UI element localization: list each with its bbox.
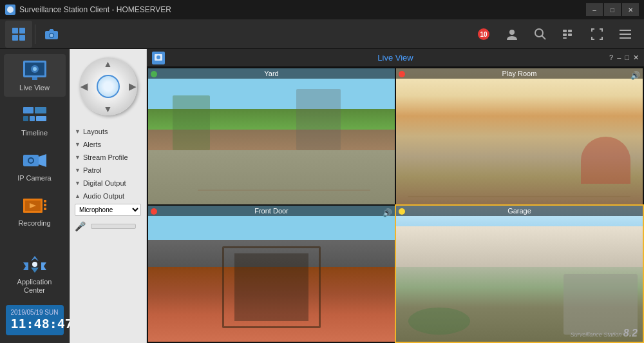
maximize-button[interactable]: □ (604, 3, 621, 16)
sidebar-item-app-center[interactable]: Application Center (4, 248, 66, 300)
svg-rect-13 (563, 30, 567, 32)
svg-rect-29 (30, 116, 35, 121)
patrol-label: Patrol (83, 166, 102, 174)
svg-point-41 (32, 262, 37, 267)
ptz-control[interactable]: ▲ ▼ ◀ ▶ (76, 54, 140, 119)
live-view-close[interactable]: ✕ (633, 54, 639, 62)
svg-rect-4 (19, 35, 25, 41)
svg-rect-25 (32, 77, 37, 80)
search-button[interactable] (527, 21, 554, 48)
garage-overlay (396, 206, 643, 342)
live-view-minimize[interactable]: – (617, 54, 621, 62)
microphone-icon: 🎤 (75, 221, 86, 231)
svg-rect-3 (12, 35, 18, 41)
svg-line-12 (542, 35, 545, 39)
mic-slider[interactable] (91, 224, 136, 229)
live-view-label: Live View (19, 84, 50, 92)
ptz-center[interactable] (97, 75, 120, 98)
sidebar-item-timeline[interactable]: Timeline (4, 99, 66, 142)
toolbar-separator (35, 24, 35, 44)
alerts-item[interactable]: ▼ Alerts (75, 139, 141, 150)
app-title: Surveillance Station Client - HOMESERVER (19, 5, 586, 14)
svg-point-7 (50, 34, 53, 37)
playroom-label: Play Room (396, 68, 643, 79)
recording-label: Recording (18, 219, 50, 227)
svg-rect-17 (563, 37, 567, 39)
camera-cell-garage[interactable]: Garage (396, 206, 643, 342)
layouts-item[interactable]: ▼ Layouts (75, 126, 141, 137)
svg-rect-15 (563, 34, 567, 36)
svg-rect-39 (44, 204, 46, 206)
user-button[interactable] (498, 21, 526, 48)
grid-view-button[interactable] (5, 21, 32, 48)
svg-point-10 (509, 30, 515, 35)
ptz-down-arrow[interactable]: ▼ (104, 104, 113, 114)
svg-rect-14 (568, 30, 572, 32)
svg-point-43 (156, 55, 160, 59)
live-view-panel: Live View ? – □ ✕ (147, 49, 644, 343)
camera-cell-playroom[interactable]: Play Room 🔊 (396, 68, 643, 204)
alerts-chevron: ▼ (75, 141, 80, 148)
svg-marker-34 (39, 154, 46, 167)
panel-area: ▲ ▼ ◀ ▶ ▼ Layouts ▼ Alerts ▼ Stream Pr (70, 49, 644, 343)
camera-cell-yard[interactable]: Yard (148, 68, 395, 204)
stream-profile-item[interactable]: ▼ Stream Profile (75, 152, 141, 162)
frontdoor-label: Front Door (148, 206, 395, 216)
recording-icon (22, 195, 48, 217)
branding: Surveillance Station 8.2 (571, 328, 638, 339)
microphone-select[interactable]: Microphone (75, 204, 141, 216)
svg-text:10: 10 (480, 31, 488, 38)
camera-cell-frontdoor[interactable]: Front Door 🔊 (148, 206, 395, 342)
menu-button[interactable] (612, 21, 639, 48)
svg-rect-30 (36, 116, 46, 121)
sidebar-item-live-view[interactable]: Live View (4, 54, 66, 97)
camera-button[interactable] (38, 21, 65, 48)
live-view-maximize[interactable]: □ (625, 54, 629, 62)
audio-output-item[interactable]: ▲ Audio Output (75, 191, 141, 201)
brand-version: 8.2 (623, 328, 638, 338)
title-bar: Surveillance Station Client - HOMESERVER… (0, 0, 644, 19)
sidebar-item-ip-camera[interactable]: IP Camera (4, 144, 66, 187)
ptz-right-arrow[interactable]: ▶ (129, 81, 136, 92)
toolbar: 10 (0, 19, 644, 49)
yard-label: Yard (148, 68, 395, 79)
svg-rect-38 (44, 200, 46, 202)
fullscreen-button[interactable] (583, 21, 611, 48)
window-controls: – □ ✕ (586, 3, 639, 16)
brand-name: Surveillance (571, 331, 602, 338)
playroom-audio-icon: 🔊 (630, 71, 640, 80)
close-button[interactable]: ✕ (622, 3, 639, 16)
live-view-header-icon (152, 52, 165, 64)
app-center-label: Application Center (6, 278, 63, 295)
sidebar: Live View Timeline (0, 49, 70, 343)
brand-station: Station (603, 331, 623, 338)
live-view-window-controls: ? – □ ✕ (609, 54, 639, 62)
live-view-help[interactable]: ? (609, 54, 613, 62)
notifications-button[interactable]: 10 (470, 21, 497, 48)
timeline-icon (22, 104, 48, 126)
svg-point-0 (7, 6, 14, 13)
audio-chevron: ▲ (75, 193, 80, 199)
patrol-item[interactable]: ▼ Patrol (75, 165, 141, 175)
clock-date: 2019/05/19 SUN (11, 309, 59, 316)
app-center-icon (22, 253, 48, 275)
live-view-header: Live View ? – □ ✕ (147, 49, 644, 67)
sidebar-item-recording[interactable]: Recording (4, 190, 66, 232)
ip-camera-icon (22, 150, 48, 172)
list-button[interactable] (555, 21, 582, 48)
ptz-left-arrow[interactable]: ◀ (80, 81, 88, 92)
clock-display: 2019/05/19 SUN 11:48:47 (6, 305, 64, 335)
svg-rect-40 (44, 208, 46, 210)
yard-overlay (148, 68, 395, 204)
ptz-up-arrow[interactable]: ▲ (104, 59, 113, 69)
digital-label: Digital Output (83, 179, 126, 187)
svg-point-24 (33, 67, 37, 71)
minimize-button[interactable]: – (586, 3, 603, 16)
frontdoor-audio-icon: 🔊 (383, 208, 392, 217)
camera-grid: Yard Play Room 🔊 (147, 67, 644, 343)
live-view-title: Live View (377, 53, 413, 63)
digital-output-item[interactable]: ▼ Digital Output (75, 178, 141, 188)
ptz-ring[interactable]: ▲ ▼ ◀ ▶ (79, 57, 137, 115)
main-area: Live View Timeline (0, 49, 644, 343)
timeline-label: Timeline (21, 129, 48, 137)
